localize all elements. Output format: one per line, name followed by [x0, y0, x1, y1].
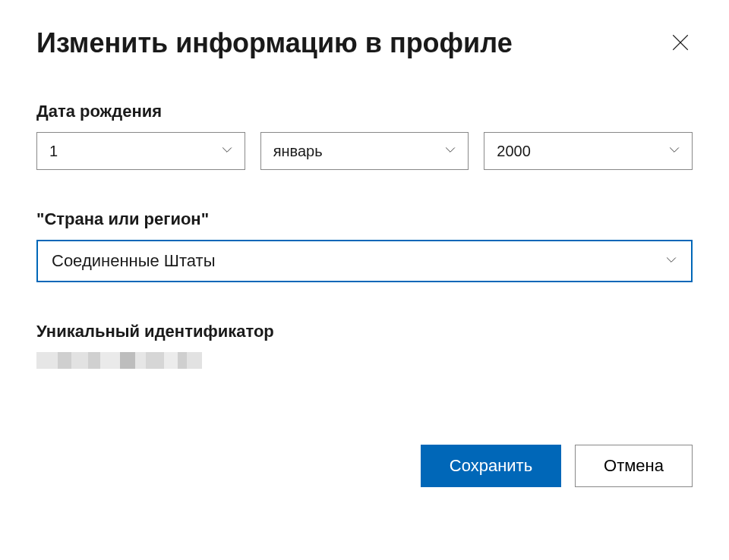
uid-label: Уникальный идентификатор	[36, 322, 693, 341]
dob-year-select[interactable]: 2000	[484, 132, 693, 170]
close-button[interactable]	[668, 31, 693, 55]
dob-day-value: 1	[49, 143, 58, 160]
country-value: Соединенные Штаты	[52, 251, 215, 271]
uid-section: Уникальный идентификатор	[36, 322, 693, 369]
uid-value-redacted	[36, 352, 693, 369]
dob-section: Дата рождения 1 январь 2000	[36, 102, 693, 170]
close-icon	[671, 33, 690, 55]
save-button[interactable]: Сохранить	[421, 445, 561, 487]
cancel-button[interactable]: Отмена	[575, 445, 693, 487]
dob-label: Дата рождения	[36, 102, 693, 121]
dob-year-value: 2000	[497, 143, 531, 160]
country-label: "Страна или регион"	[36, 209, 693, 229]
country-section: "Страна или регион" Соединенные Штаты	[36, 209, 693, 282]
dob-month-value: январь	[273, 143, 323, 160]
country-select[interactable]: Соединенные Штаты	[36, 240, 693, 282]
dob-month-select[interactable]: январь	[260, 132, 469, 170]
dob-day-select[interactable]: 1	[36, 132, 245, 170]
page-title: Изменить информацию в профиле	[36, 27, 513, 59]
